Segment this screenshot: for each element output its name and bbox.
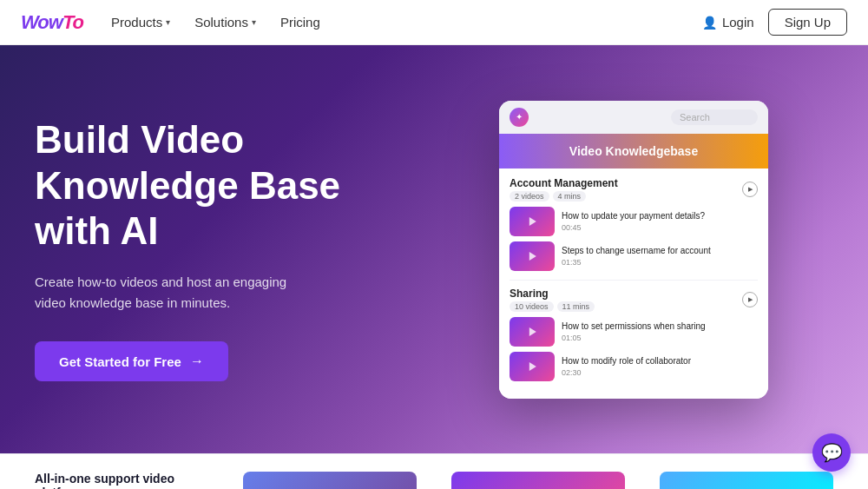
bottom-thumb-1: [243, 472, 417, 489]
mockup-card: ✦ Search Video Knowledgebase Account Man…: [499, 101, 768, 399]
chat-bubble[interactable]: 💬: [812, 433, 851, 472]
bottom-item-3: [451, 472, 625, 489]
hero-subtitle: Create how-to videos and host an engagin…: [35, 272, 312, 314]
nav-item-solutions[interactable]: Solutions ▾: [194, 15, 256, 30]
navbar: WowTo Products ▾ Solutions ▾ Pricing 👤 L…: [0, 0, 868, 45]
mockup-body: Account Management 2 videos 4 mins ▶ How: [499, 169, 768, 399]
bottom-thumb-3: [660, 472, 833, 489]
mockup-section-1: Account Management 2 videos 4 mins ▶ How: [510, 177, 758, 271]
bottom-item-2: [243, 472, 417, 489]
video-item-2: Steps to change username for account 01:…: [510, 241, 758, 271]
nav-links: Products ▾ Solutions ▾ Pricing: [111, 15, 702, 30]
mockup-section-2: Sharing 10 videos 11 mins ▶ How to set p…: [510, 287, 758, 381]
arrow-icon: →: [190, 354, 204, 369]
video-thumb-4: [510, 352, 555, 381]
nav-right: 👤 Login Sign Up: [702, 9, 847, 36]
section-1-play-icon[interactable]: ▶: [742, 182, 758, 197]
video-item-4: How to modify role of collaborator 02:30: [510, 352, 758, 381]
bottom-item-1: All-in-one support video platform platfo…: [35, 472, 208, 489]
mockup-search: Search: [671, 109, 758, 125]
mockup-header: ✦ Search: [499, 101, 768, 134]
hero-section: Build Video Knowledge Base with AI Creat…: [0, 45, 868, 453]
mockup-title-bar: Video Knowledgebase: [499, 134, 768, 169]
video-thumb-1: [510, 207, 555, 236]
bottom-item-4: [660, 472, 833, 489]
login-button[interactable]: 👤 Login: [702, 15, 754, 30]
bottom-thumb-2: [451, 472, 625, 489]
section-1-header: Account Management 2 videos 4 mins ▶: [510, 177, 758, 202]
hero-right: ✦ Search Video Knowledgebase Account Man…: [434, 101, 833, 399]
chat-icon: 💬: [821, 442, 843, 463]
video-thumb-3: [510, 317, 555, 347]
chevron-down-icon: ▾: [252, 17, 256, 27]
video-item-3: How to set permissions when sharing 01:0…: [510, 317, 758, 347]
logo[interactable]: WowTo: [21, 11, 83, 34]
nav-item-products[interactable]: Products ▾: [111, 15, 170, 30]
nav-item-pricing[interactable]: Pricing: [280, 15, 320, 30]
hero-left: Build Video Knowledge Base with AI Creat…: [35, 117, 434, 381]
section-2-header: Sharing 10 videos 11 mins ▶: [510, 287, 758, 312]
video-thumb-2: [510, 241, 555, 271]
mockup-logo-icon: ✦: [510, 108, 529, 127]
hero-title: Build Video Knowledge Base with AI: [35, 117, 365, 254]
bottom-strip: All-in-one support video platform platfo…: [0, 453, 868, 489]
get-started-button[interactable]: Get Started for Free →: [35, 341, 228, 381]
signup-button[interactable]: Sign Up: [768, 9, 847, 36]
section-2-play-icon[interactable]: ▶: [742, 292, 758, 307]
video-item-1: How to update your payment details? 00:4…: [510, 207, 758, 236]
divider: [510, 280, 758, 281]
user-icon: 👤: [702, 16, 717, 30]
chevron-down-icon: ▾: [166, 17, 170, 27]
